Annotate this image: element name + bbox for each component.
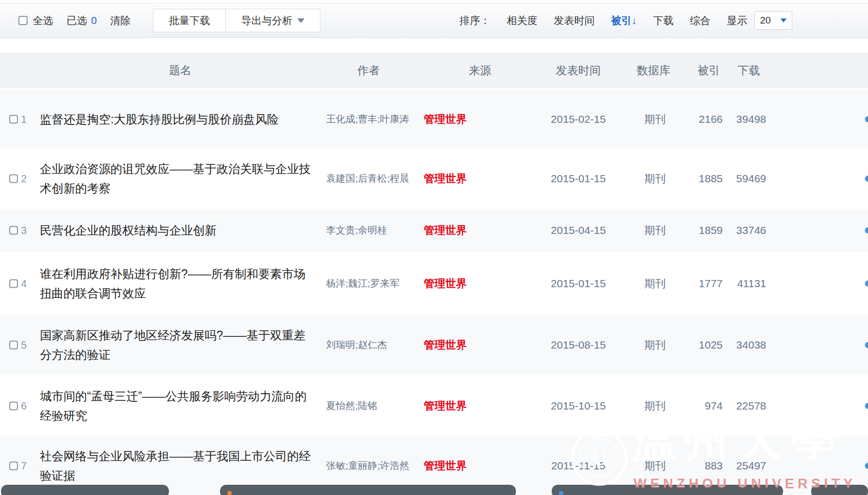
paper-download-count[interactable]: 59469: [719, 173, 766, 185]
paper-cited-count[interactable]: 1025: [676, 339, 723, 351]
paper-source-link[interactable]: 管理世界: [424, 276, 495, 291]
row-checkbox[interactable]: [9, 115, 18, 123]
header-downloads: 下载: [737, 53, 760, 88]
paper-source-link[interactable]: 管理世界: [424, 171, 495, 186]
row-select-group: 5: [9, 339, 27, 351]
results-toolbar: 全选 已选 0 清除 批量下载 导出与分析 排序： 相关度 发表时间 被引↓ 下…: [0, 3, 868, 38]
paper-title-link[interactable]: 企业政治资源的诅咒效应——基于政治关联与企业技术创新的考察: [40, 159, 314, 198]
paper-title-link[interactable]: 国家高新区推动了地区经济发展吗?——基于双重差分方法的验证: [40, 326, 314, 364]
paper-database: 期刊: [635, 276, 676, 291]
row-checkbox[interactable]: [9, 341, 18, 350]
paper-cited-count[interactable]: 1859: [676, 224, 723, 236]
header-source: 来源: [469, 53, 491, 88]
sort-option-comprehensive[interactable]: 综合: [690, 14, 710, 28]
bottom-pill[interactable]: [811, 485, 868, 495]
header-authors: 作者: [357, 53, 380, 88]
paper-title-link[interactable]: 民营化企业的股权结构与企业创新: [40, 221, 314, 240]
row-select-group: 1: [9, 113, 27, 125]
paper-cited-count[interactable]: 2166: [676, 113, 723, 125]
paper-authors[interactable]: 王化成;曹丰;叶康涛: [326, 113, 421, 126]
paper-date: 2015-02-15: [542, 113, 614, 125]
paper-source-link[interactable]: 管理世界: [424, 338, 495, 352]
paper-title-link[interactable]: 谁在利用政府补贴进行创新?——所有制和要素市场扭曲的联合调节效应: [40, 264, 314, 303]
row-action-icon[interactable]: [865, 403, 868, 409]
paper-download-count[interactable]: 39498: [719, 113, 766, 125]
clear-selection-button[interactable]: 清除: [110, 14, 131, 28]
row-action-icon[interactable]: [865, 227, 868, 233]
row-index: 3: [21, 225, 27, 236]
sort-option-download[interactable]: 下载: [653, 14, 674, 28]
paper-cited-count[interactable]: 974: [676, 400, 723, 412]
bottom-pill[interactable]: [552, 485, 783, 495]
row-checkbox[interactable]: [9, 462, 18, 470]
paper-title-link[interactable]: 社会网络与企业风险承担——基于我国上市公司的经验证据: [40, 446, 314, 485]
page-size-value: 20: [760, 15, 771, 26]
header-date: 发表时间: [556, 53, 601, 88]
select-caret-icon: [780, 18, 787, 23]
paper-authors[interactable]: 袁建国;后青松;程晨: [326, 172, 421, 185]
export-analyze-button[interactable]: 导出与分析: [226, 9, 320, 32]
paper-date: 2015-11-15: [542, 460, 614, 472]
row-action-icon[interactable]: [865, 281, 868, 287]
paper-authors[interactable]: 刘瑞明;赵仁杰: [326, 338, 421, 352]
row-action-icon[interactable]: [865, 342, 868, 348]
paper-date: 2015-01-15: [542, 277, 614, 290]
row-action-icon[interactable]: [865, 463, 868, 469]
row-checkbox[interactable]: [9, 279, 18, 288]
paper-download-count[interactable]: 22578: [719, 400, 766, 412]
select-all-checkbox[interactable]: [18, 16, 28, 25]
paper-download-count[interactable]: 34038: [719, 339, 766, 351]
header-database: 数据库: [637, 53, 670, 88]
row-select-group: 4: [9, 277, 27, 289]
bottom-pill[interactable]: [1, 485, 169, 495]
export-analyze-label: 导出与分析: [241, 14, 292, 28]
sort-label: 排序：: [460, 14, 490, 28]
paper-source-link[interactable]: 管理世界: [424, 399, 495, 413]
paper-cited-count[interactable]: 1777: [676, 277, 723, 290]
paper-authors[interactable]: 杨洋;魏江;罗来军: [326, 277, 421, 290]
paper-source-link[interactable]: 管理世界: [424, 459, 495, 473]
paper-authors[interactable]: 张敏;童丽静;许浩然: [326, 459, 421, 472]
page-size-select[interactable]: 20: [754, 11, 792, 30]
row-index: 5: [21, 339, 27, 351]
table-row: 3 民营化企业的股权结构与企业创新 李文贵;余明桂 管理世界 2015-04-1…: [0, 209, 868, 252]
paper-title-link[interactable]: 城市间的“孟母三迁”——公共服务影响劳动力流向的经验研究: [40, 386, 314, 425]
table-row: 1 监督还是掏空:大股东持股比例与股价崩盘风险 王化成;曹丰;叶康涛 管理世界 …: [0, 90, 868, 148]
row-action-icon[interactable]: [865, 176, 868, 182]
paper-cited-count[interactable]: 883: [676, 460, 723, 472]
select-all[interactable]: 全选: [18, 14, 53, 28]
paper-source-link[interactable]: 管理世界: [424, 112, 495, 126]
paper-database: 期刊: [635, 459, 676, 473]
paper-date: 2015-04-15: [542, 224, 614, 236]
row-checkbox[interactable]: [9, 402, 18, 411]
sort-option-cited[interactable]: 被引↓: [611, 14, 637, 28]
row-index: 6: [21, 400, 27, 412]
bottom-pill[interactable]: [220, 485, 516, 495]
paper-title-link[interactable]: 监督还是掏空:大股东持股比例与股价崩盘风险: [40, 110, 314, 129]
action-buttons: 批量下载 导出与分析: [153, 9, 320, 32]
paper-source-link[interactable]: 管理世界: [424, 223, 495, 238]
select-all-label[interactable]: 全选: [33, 14, 53, 28]
row-checkbox[interactable]: [9, 226, 18, 235]
sort-option-pubdate[interactable]: 发表时间: [554, 14, 595, 28]
paper-authors[interactable]: 夏怡然;陆铭: [326, 399, 421, 413]
paper-date: 2015-01-15: [542, 173, 614, 185]
table-header: 题名 作者 来源 发表时间 数据库 被引 下载: [0, 53, 868, 88]
row-checkbox[interactable]: [9, 175, 18, 183]
row-index: 2: [21, 173, 27, 185]
selection-controls: 全选 已选 0 清除: [0, 14, 131, 28]
paper-download-count[interactable]: 33746: [719, 224, 766, 236]
table-row: 5 国家高新区推动了地区经济发展吗?——基于双重差分方法的验证 刘瑞明;赵仁杰 …: [0, 315, 868, 375]
chevron-down-icon: [297, 18, 305, 23]
paper-date: 2015-08-15: [542, 339, 614, 351]
paper-download-count[interactable]: 25497: [719, 460, 766, 472]
sort-option-relevance[interactable]: 相关度: [507, 14, 537, 28]
paper-authors[interactable]: 李文贵;余明桂: [326, 224, 421, 237]
batch-download-button[interactable]: 批量下载: [153, 9, 226, 32]
selected-count-group: 已选 0: [67, 14, 97, 28]
row-select-group: 3: [9, 225, 27, 236]
sort-option-cited-label[interactable]: 被引: [611, 15, 632, 26]
row-action-icon[interactable]: [865, 116, 868, 122]
paper-cited-count[interactable]: 1885: [676, 173, 723, 185]
paper-download-count[interactable]: 41131: [719, 277, 766, 290]
